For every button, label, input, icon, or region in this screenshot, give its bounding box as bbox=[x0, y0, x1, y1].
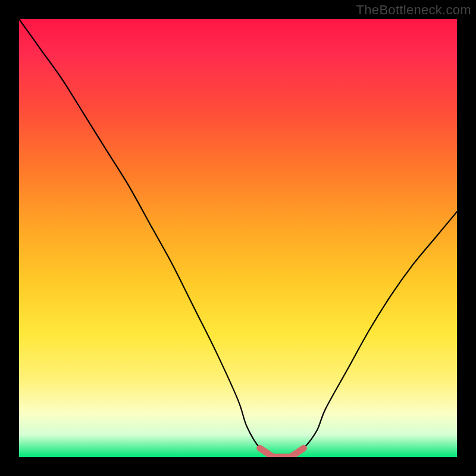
plot-area bbox=[19, 19, 457, 457]
heat-gradient-background bbox=[19, 19, 457, 457]
watermark-text: TheBottleneck.com bbox=[356, 2, 471, 18]
